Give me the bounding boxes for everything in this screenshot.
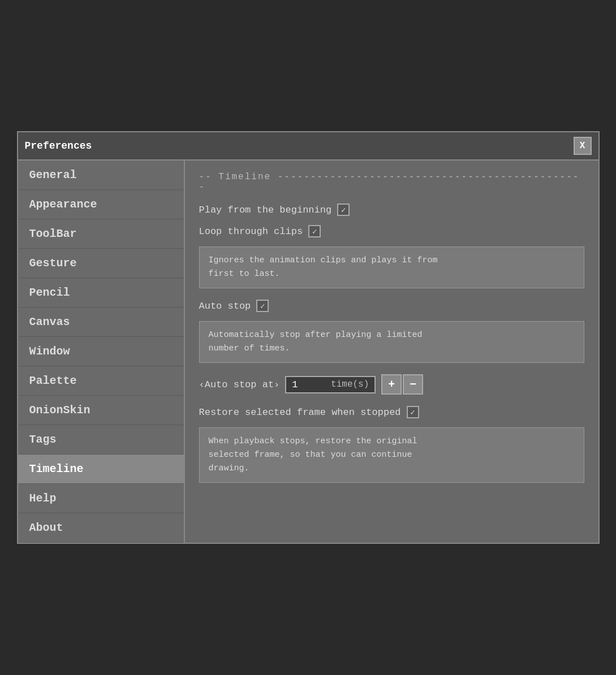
auto-stop-description-text: Automatically stop after playing a limit… — [209, 330, 423, 353]
preferences-window: Preferences X General Appearance ToolBar… — [17, 131, 600, 544]
loop-description-text: Ignores the animation clips and plays it… — [209, 256, 438, 279]
restore-frame-row: Restore selected frame when stopped — [199, 406, 584, 418]
loop-through-clips-row: Loop through clips — [199, 225, 584, 237]
loop-description: Ignores the animation clips and plays it… — [199, 246, 584, 288]
sidebar-item-appearance[interactable]: Appearance — [18, 190, 184, 219]
content-area: General Appearance ToolBar Gesture Penci… — [18, 161, 598, 543]
section-header: -- Timeline ----------------------------… — [199, 172, 584, 192]
auto-stop-label: Auto stop — [199, 301, 251, 311]
auto-stop-checkbox[interactable] — [256, 300, 269, 312]
auto-stop-row: Auto stop — [199, 300, 584, 312]
main-content: -- Timeline ----------------------------… — [185, 161, 598, 543]
play-from-beginning-row: Play from the beginning — [199, 204, 584, 216]
sidebar-item-tags[interactable]: Tags — [18, 425, 184, 455]
auto-stop-at-value: 1 — [292, 379, 326, 390]
loop-through-clips-label: Loop through clips — [199, 226, 303, 237]
play-from-beginning-checkbox[interactable] — [337, 204, 350, 216]
decrement-button[interactable]: − — [403, 374, 423, 395]
sidebar-item-toolbar[interactable]: ToolBar — [18, 219, 184, 249]
sidebar-item-window[interactable]: Window — [18, 337, 184, 366]
window-title: Preferences — [25, 140, 92, 152]
sidebar-item-palette[interactable]: Palette — [18, 366, 184, 396]
play-from-beginning-label: Play from the beginning — [199, 205, 332, 215]
close-button[interactable]: X — [574, 137, 592, 155]
sidebar-item-gesture[interactable]: Gesture — [18, 249, 184, 278]
section-header-text: -- Timeline ----------------------------… — [199, 172, 584, 192]
sidebar-item-help[interactable]: Help — [18, 484, 184, 513]
sidebar: General Appearance ToolBar Gesture Penci… — [18, 161, 185, 543]
sidebar-item-timeline[interactable]: Timeline — [18, 455, 184, 484]
sidebar-item-about[interactable]: About — [18, 513, 184, 543]
increment-button[interactable]: + — [381, 374, 402, 395]
stepper-group: + − — [381, 374, 423, 395]
loop-through-clips-checkbox[interactable] — [308, 225, 321, 237]
auto-stop-at-unit: time(s) — [331, 379, 369, 390]
sidebar-item-onionskin[interactable]: OnionSkin — [18, 396, 184, 425]
auto-stop-at-row: ‹Auto stop at› 1 time(s) + − — [199, 374, 584, 395]
restore-frame-label: Restore selected frame when stopped — [199, 407, 401, 418]
restore-frame-description: When playback stops, restore the origina… — [199, 427, 584, 483]
sidebar-item-canvas[interactable]: Canvas — [18, 308, 184, 337]
auto-stop-description: Automatically stop after playing a limit… — [199, 321, 584, 363]
title-bar: Preferences X — [18, 132, 598, 161]
restore-frame-description-text: When playback stops, restore the origina… — [209, 436, 417, 473]
sidebar-item-general[interactable]: General — [18, 161, 184, 190]
auto-stop-at-input-wrapper: 1 time(s) — [285, 376, 376, 393]
restore-frame-checkbox[interactable] — [407, 406, 419, 418]
auto-stop-at-label: ‹Auto stop at› — [199, 379, 280, 390]
sidebar-item-pencil[interactable]: Pencil — [18, 278, 184, 308]
